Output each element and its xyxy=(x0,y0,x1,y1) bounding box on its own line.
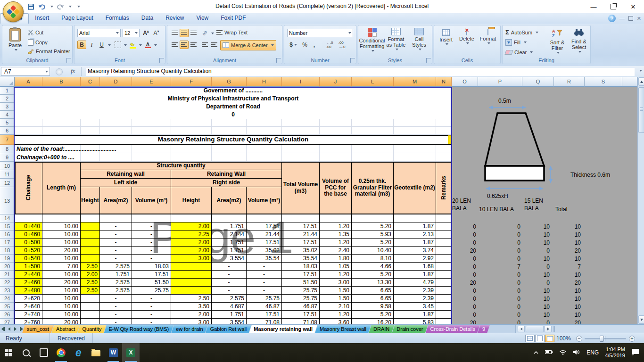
ribbon-tab-foxit-pdf[interactable]: Foxit PDF xyxy=(215,13,252,23)
paste-button[interactable]: Paste xyxy=(5,28,25,51)
cell-N25[interactable] xyxy=(436,303,452,311)
zoom-slider-track[interactable] xyxy=(585,338,626,339)
sheet-tab-masonary-retaining-wall[interactable]: Masonary retaining wall xyxy=(249,325,317,333)
cell-G17[interactable]: 1.751 xyxy=(212,239,247,247)
vertical-scroll-thumb[interactable] xyxy=(638,87,644,133)
cell-M20[interactable]: 1.68 xyxy=(394,263,436,271)
find-select-button[interactable]: Find & Select xyxy=(569,28,589,53)
cell-P24[interactable]: 0 xyxy=(478,295,521,303)
cell-L21[interactable]: 5.20 xyxy=(352,271,394,279)
increase-indent-button[interactable] xyxy=(210,41,219,49)
page-layout-view-button[interactable] xyxy=(535,335,545,342)
cell-N21[interactable] xyxy=(436,271,452,279)
sheet-tab-sum-cost[interactable]: sum_cost xyxy=(22,325,54,333)
row-header-10[interactable]: 10 xyxy=(0,162,15,170)
column-header-A[interactable]: A xyxy=(15,77,42,87)
tab-split-handle[interactable] xyxy=(553,326,555,332)
cell-I25[interactable]: 46.87 xyxy=(282,303,320,311)
cell-B26[interactable]: 10.00 xyxy=(42,311,81,319)
cell-Q20[interactable]: 0 xyxy=(522,263,551,271)
cell-C17[interactable] xyxy=(81,239,100,247)
align-right-button[interactable] xyxy=(189,41,198,49)
number-dialog-launcher[interactable] xyxy=(350,58,355,63)
cell-F22[interactable] xyxy=(171,279,212,287)
header-height-left[interactable]: Height xyxy=(81,187,100,214)
first-sheet-button[interactable] xyxy=(0,325,6,333)
cell-M24[interactable]: 2.39 xyxy=(394,295,436,303)
row-header-22[interactable]: 22 xyxy=(0,279,15,287)
cell-J16[interactable]: 1.35 xyxy=(320,230,352,239)
sheet-tab-abstract[interactable]: Abstract xyxy=(51,325,80,333)
doc-header-row-3[interactable]: Department of Road xyxy=(15,103,452,111)
cell-M16[interactable]: 2.13 xyxy=(394,230,436,239)
column-header-Q[interactable]: Q xyxy=(522,77,554,87)
cell-C18[interactable] xyxy=(81,247,100,255)
cell-G21[interactable]: - xyxy=(212,271,247,279)
cell-J20[interactable]: 1.05 xyxy=(320,263,352,271)
borders-dropdown[interactable] xyxy=(124,44,127,46)
sheet-tab-drain-cover[interactable]: Drain cover xyxy=(392,325,428,333)
cell-Q22[interactable]: 0 xyxy=(522,279,551,287)
vertical-scrollbar[interactable] xyxy=(637,77,644,324)
font-family-combo[interactable]: Arial xyxy=(77,29,121,37)
cell-P15[interactable]: 0 xyxy=(478,222,521,230)
cell-O24[interactable]: 0 xyxy=(452,295,477,303)
cell-B25[interactable]: 10.00 xyxy=(42,303,81,311)
sheet-tab-e-w-qty-road-way-bms-[interactable]: E-W Qty Road way (BMS) xyxy=(104,325,173,333)
cell-O18[interactable]: 20 xyxy=(452,247,477,255)
styles-dialog-launcher[interactable] xyxy=(426,58,431,63)
gridline-cell-I8[interactable] xyxy=(282,145,320,153)
cell-P25[interactable]: 0 xyxy=(478,303,521,311)
cell-C19[interactable] xyxy=(81,255,100,263)
cell-C16[interactable] xyxy=(81,230,100,239)
font-color-dropdown[interactable] xyxy=(154,44,157,46)
cell-J26[interactable]: 1.20 xyxy=(320,311,352,319)
cell-P16[interactable]: 0 xyxy=(478,230,521,239)
header-volume-left[interactable]: Volume (m³) xyxy=(132,187,171,214)
cell-R17[interactable]: 10 xyxy=(553,239,582,247)
cell-J21[interactable]: 1.20 xyxy=(320,271,352,279)
cell-J25[interactable]: 2.10 xyxy=(320,303,352,311)
cell-A26[interactable]: 2+740 xyxy=(15,311,42,319)
cell-P27[interactable]: 0 xyxy=(478,319,521,324)
cell-B27[interactable]: 20.00 xyxy=(42,319,81,324)
row-header-2[interactable]: 2 xyxy=(0,95,15,103)
row-header-16[interactable]: 16 xyxy=(0,230,15,239)
cell-J27[interactable]: 3.60 xyxy=(320,319,352,324)
scroll-left-icon[interactable] xyxy=(518,326,525,332)
cell-B21[interactable]: 10.00 xyxy=(42,271,81,279)
cell-A19[interactable]: 0+540 xyxy=(15,255,42,263)
cell-F17[interactable]: 2.00 xyxy=(171,239,212,247)
scroll-up-icon[interactable] xyxy=(638,77,644,86)
cell-A14[interactable] xyxy=(15,214,42,222)
gridline-cell-C5[interactable] xyxy=(81,119,100,127)
column-header-P[interactable]: P xyxy=(478,77,522,87)
cell-Q23[interactable]: 10 xyxy=(522,287,551,295)
cell-D19[interactable]: - xyxy=(100,255,132,263)
cell-M15[interactable]: 1.87 xyxy=(394,222,436,230)
cell-I16[interactable]: 21.44 xyxy=(282,230,320,239)
increase-decimal-button[interactable]: ←.0.00 xyxy=(324,41,335,49)
start-button[interactable] xyxy=(0,343,17,362)
decrease-indent-button[interactable] xyxy=(200,41,209,49)
cell-H18[interactable]: 35.02 xyxy=(247,247,282,255)
cell-B17[interactable]: 10.00 xyxy=(42,239,81,247)
align-left-button[interactable] xyxy=(170,41,179,49)
row-header-27[interactable]: 27 xyxy=(0,319,15,324)
cell-Q27[interactable]: 0 xyxy=(522,319,551,324)
cell-A22[interactable]: 2+460 xyxy=(15,279,42,287)
format-cells-button[interactable]: Format xyxy=(478,29,498,44)
cell-B23[interactable]: 10.00 xyxy=(42,287,81,295)
insert-function-icon[interactable]: fx xyxy=(71,67,75,75)
column-header-R[interactable]: R xyxy=(554,77,585,87)
bold-button[interactable]: B xyxy=(77,41,86,49)
cell-F27[interactable]: 3.00 xyxy=(171,319,212,324)
page-break-view-button[interactable] xyxy=(545,335,554,342)
cell-E27[interactable]: - xyxy=(132,319,171,324)
header-volume-right[interactable]: Volume (m³) xyxy=(247,187,282,214)
cell-O26[interactable]: 0 xyxy=(452,311,477,319)
cell-J18[interactable]: 2.40 xyxy=(320,247,352,255)
row-header-19[interactable]: 19 xyxy=(0,255,15,263)
cell-H21[interactable]: - xyxy=(247,271,282,279)
gridline-cell-F6[interactable] xyxy=(171,127,212,135)
